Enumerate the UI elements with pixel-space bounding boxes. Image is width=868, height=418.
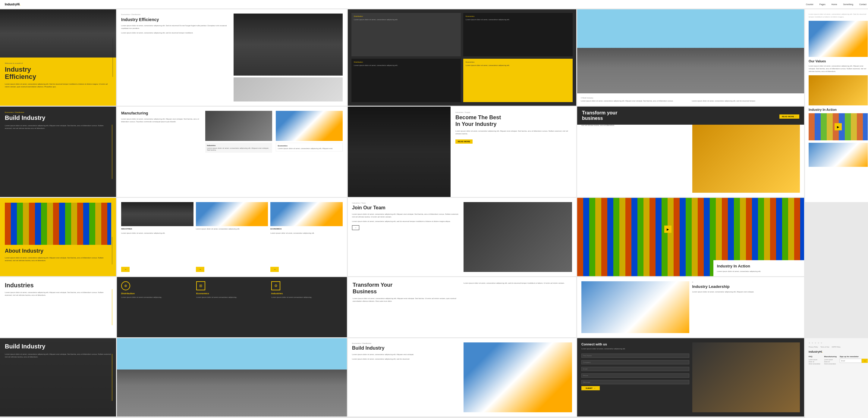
gear-icon: ⚙	[271, 281, 280, 290]
industry-leadership: ≡ Industry Leadership Lorem ipsum dolor …	[577, 277, 804, 337]
become-best-title: Become The BestIn Your Industry	[456, 115, 571, 127]
build-industry-final: Economics / Distribution Build Industry …	[348, 338, 576, 417]
company-field[interactable]	[581, 360, 689, 364]
transform-read-more[interactable]: READ MORE →	[779, 115, 799, 119]
truck-image-bottom	[117, 338, 347, 417]
message-field[interactable]	[581, 380, 689, 384]
manufacturing-title: Manufacturing	[121, 111, 202, 115]
phone-field[interactable]	[581, 374, 689, 378]
workers-image	[276, 111, 343, 141]
industry-in-action: Industry In Action Lorem ipsum dolor sit…	[577, 198, 804, 276]
connect-title: Connect with us	[581, 343, 689, 346]
become-best-panel: Industries / Supply Become The BestIn Yo…	[348, 107, 576, 197]
become-best-btn[interactable]: READ MORE	[456, 139, 472, 143]
build-industry-bottom-dark: Build Industry Lorem ipsum dolor sit ame…	[0, 338, 116, 417]
join-team-arrow[interactable]: →	[352, 225, 359, 230]
hero-image	[0, 9, 116, 58]
card-arrow-2[interactable]: →	[196, 267, 204, 272]
leadership-image	[581, 281, 689, 333]
join-team-title: Join Our Team	[352, 205, 461, 211]
nav-contact[interactable]: Contact	[859, 3, 867, 5]
nav-something[interactable]: Something	[843, 3, 853, 5]
right-image-2	[809, 75, 868, 105]
transform-business-dark: Transform yourbusiness READ MORE →	[577, 107, 804, 125]
industry-efficiency-text: Economics / Distribution Industry Effici…	[117, 9, 347, 106]
icons-row-panel: ⊕ Distribution Lorem ipsum dolor sit ame…	[117, 277, 347, 337]
build-dark-title: Build Industry	[5, 343, 111, 350]
build-final-title: Build Industry	[352, 346, 461, 351]
card-arrow-1[interactable]: →	[121, 267, 130, 272]
play-button[interactable]: ▶	[835, 123, 842, 130]
transform-business-panel: Transform YourBusiness Lorem ipsum dolor…	[348, 277, 576, 337]
right-image-3: ▶	[809, 113, 868, 140]
right-panel-top: Lorem ipsum dolor sit amet, consectetur …	[805, 9, 868, 202]
firstname-field[interactable]	[581, 354, 689, 358]
footer-links: ◁ ◁ ◁ ◁ ◁	[809, 342, 868, 344]
card-arrow-3[interactable]: →	[270, 267, 279, 272]
meeting-image	[464, 202, 572, 272]
action-play-btn[interactable]: ▶	[664, 226, 672, 233]
footer-logo: IndustryHi.	[809, 350, 868, 353]
industries-title: Industries	[5, 282, 111, 289]
right-panel-bottom: ◁ ◁ ◁ ◁ ◁ Privacy Policy Terms of Use GD…	[805, 338, 868, 418]
industry-efficiency-hero: Welcome to a world of IndustryEfficiency…	[0, 9, 116, 106]
nav-pages[interactable]: Pages	[819, 3, 826, 5]
industry-in-action-title: Industry In Action	[809, 108, 868, 111]
grid-star-icon: ⊞	[196, 281, 205, 290]
right-image-1	[809, 21, 868, 57]
distribution-dark: Distribution Lorem ipsum dolor sit amet,…	[348, 9, 576, 106]
transform-title: Transform YourBusiness	[352, 282, 461, 295]
navbar: IndustryHi. Counter Pages Home Something…	[0, 0, 868, 8]
build-industry-dark: Economics / Distribution Build Industry …	[0, 107, 116, 197]
our-values-title: Our Values	[809, 59, 868, 63]
industries-panel: Industries Lorem ipsum dolor sit amet, c…	[0, 277, 116, 337]
card-grid-panel: INDUSTRIES Lorem ipsum dolor sit amet, c…	[117, 198, 347, 276]
transform-dark-title: Transform yourbusiness	[582, 110, 617, 121]
hero-body: Lorem ipsum dolor sit amet, consectetur …	[5, 83, 111, 88]
connect-panel: Connect with us Lorem ipsum dolor sit am…	[577, 338, 804, 417]
hero-title: IndustryEfficiency	[5, 66, 111, 81]
nav-counter[interactable]: Counter	[806, 3, 813, 5]
nav-home[interactable]: Home	[832, 3, 837, 5]
right-image-4	[809, 143, 868, 167]
newsletter-btn[interactable]: →	[862, 359, 868, 363]
join-team-panel: Industries / Team Join Our Team Lorem ip…	[348, 198, 576, 276]
submit-button[interactable]: SUBMIT →	[581, 386, 600, 390]
industry-action-title: Industry In Action	[717, 264, 801, 268]
email-field[interactable]	[581, 367, 689, 371]
truck-image-top: ≡ Build Industry Lorem ipsum dolor sit a…	[577, 9, 804, 106]
build-final-image	[464, 343, 572, 412]
brand-logo: IndustryHi.	[5, 3, 21, 6]
build-title: Build Industry	[5, 115, 111, 121]
manufacturing-image	[205, 111, 272, 141]
containers-image	[5, 203, 111, 245]
about-title: About Industry	[5, 248, 111, 254]
newsletter-input[interactable]	[840, 359, 862, 363]
connect-image	[692, 343, 800, 412]
about-industry: About Industry Lorem ipsum dolor sit ame…	[0, 198, 116, 276]
globe-icon: ⊕	[121, 281, 130, 290]
manufacturing-panel: Manufacturing Lorem ipsum dolor sit amet…	[117, 107, 347, 197]
ie-title: Industry Efficiency	[121, 17, 230, 22]
leadership-title: Industry Leadership	[692, 284, 800, 289]
